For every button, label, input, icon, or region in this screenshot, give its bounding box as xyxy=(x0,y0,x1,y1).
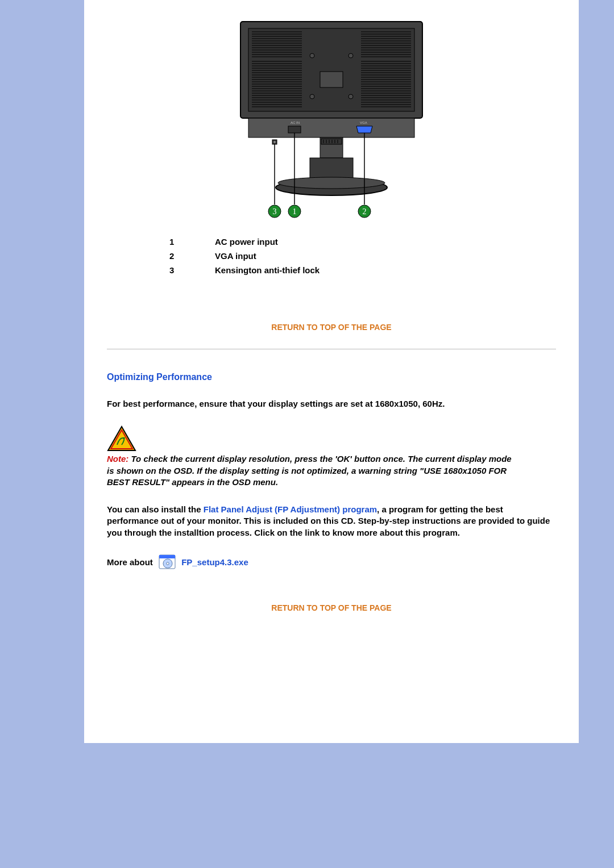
connector-legend: 1 AC power input 2 VGA input 3 Kensingto… xyxy=(169,235,325,277)
install-paragraph: You can also install the Flat Panel Adju… xyxy=(107,504,556,539)
svg-point-101 xyxy=(123,437,125,439)
fp-setup-exe-link[interactable]: FP_setup4.3.exe xyxy=(181,557,248,566)
legend-label: AC power input xyxy=(215,235,325,249)
svg-point-69 xyxy=(310,53,314,58)
more-about-row: More about FP_setup4.3.exe xyxy=(107,554,556,569)
svg-point-78 xyxy=(273,141,276,143)
svg-text:2: 2 xyxy=(363,207,367,216)
svg-point-105 xyxy=(167,562,169,565)
svg-point-71 xyxy=(310,94,314,99)
legend-num: 3 xyxy=(169,263,215,277)
legend-row: 3 Kensington anti-thief lock xyxy=(169,263,325,277)
note-label: Note: xyxy=(107,454,128,464)
svg-rect-80 xyxy=(321,139,342,144)
svg-rect-68 xyxy=(320,72,343,87)
svg-rect-73 xyxy=(248,118,414,137)
legend-num: 2 xyxy=(169,249,215,263)
sidebar-spacer xyxy=(10,0,84,6)
legend-label: Kensington anti-thief lock xyxy=(215,263,325,277)
svg-rect-76 xyxy=(288,126,301,133)
more-about-label: More about xyxy=(107,557,153,566)
legend-row: 2 VGA input xyxy=(169,249,325,263)
divider xyxy=(107,349,556,349)
content-panel: AC IN VGA xyxy=(84,0,579,743)
legend-label: VGA input xyxy=(215,249,325,263)
note-block: Note: To check the current display resol… xyxy=(107,425,556,488)
svg-point-72 xyxy=(349,94,353,99)
svg-text:AC IN: AC IN xyxy=(291,121,300,124)
warning-icon xyxy=(107,425,147,453)
cd-icon xyxy=(159,554,176,569)
note-text: Note: To check the current display resol… xyxy=(107,453,516,488)
svg-point-70 xyxy=(349,53,353,58)
legend-row: 1 AC power input xyxy=(169,235,325,249)
monitor-rear-icon: AC IN VGA xyxy=(235,17,428,222)
svg-text:3: 3 xyxy=(273,207,277,216)
svg-rect-103 xyxy=(159,555,175,558)
section-title: Optimizing Performance xyxy=(107,372,562,382)
svg-text:VGA: VGA xyxy=(360,121,367,124)
monitor-rear-figure: AC IN VGA xyxy=(101,0,562,223)
note-body: To check the current display resolution,… xyxy=(107,454,512,487)
svg-point-89 xyxy=(278,177,385,189)
return-to-top-link[interactable]: RETURN TO TOP OF THE PAGE xyxy=(101,323,562,332)
install-text-pre: You can also install the xyxy=(107,504,204,514)
return-to-top-link[interactable]: RETURN TO TOP OF THE PAGE xyxy=(101,603,562,612)
fp-adjust-link[interactable]: Flat Panel Adjust (FP Adjustment) progra… xyxy=(204,504,377,514)
performance-paragraph: For best performance, ensure that your d… xyxy=(107,398,556,410)
legend-num: 1 xyxy=(169,235,215,249)
svg-text:1: 1 xyxy=(293,207,297,216)
page-wrap: AC IN VGA xyxy=(0,0,614,766)
